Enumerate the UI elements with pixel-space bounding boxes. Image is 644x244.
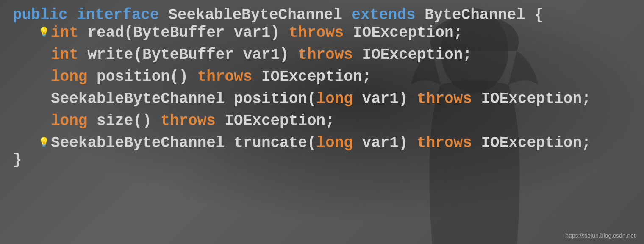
- url-watermark: https://xiejun.blog.csdn.net: [565, 232, 636, 239]
- code-line-2: 💡 int read(ByteBuffer var1) throws IOExc…: [51, 25, 631, 41]
- exception-3: IOException;: [261, 69, 371, 85]
- exception-1: IOException;: [353, 25, 463, 41]
- code-line-5: SeekableByteChannel position(long var1) …: [51, 92, 631, 107]
- keyword-extends: extends: [351, 8, 415, 23]
- method-truncate: truncate(: [234, 136, 316, 151]
- close-brace: }: [13, 152, 22, 168]
- keyword-interface: interface: [77, 8, 159, 23]
- throws-keyword-5: throws: [161, 114, 216, 129]
- open-brace: {: [534, 8, 544, 23]
- throws-keyword-3: throws: [197, 69, 253, 85]
- code-line-3: int write(ByteBuffer var1) throws IOExce…: [51, 47, 631, 63]
- type-long-1: long: [51, 69, 87, 85]
- method-position-long-2: var1): [362, 92, 408, 107]
- type-int-2: int: [51, 47, 78, 63]
- exception-2: IOException;: [362, 47, 472, 63]
- method-write: write(ByteBuffer var1): [87, 47, 289, 63]
- method-position: position(): [97, 69, 188, 85]
- exception-4: IOException;: [481, 92, 591, 107]
- keyword-public: public: [13, 8, 68, 23]
- code-line-4: long position() throws IOException;: [51, 69, 631, 85]
- type-seekable-2: SeekableByteChannel: [51, 136, 225, 151]
- code-line-7: 💡 SeekableByteChannel truncate(long var1…: [51, 136, 631, 151]
- type-long-2: long: [51, 114, 87, 129]
- bulb-icon-2: 💡: [38, 139, 50, 148]
- type-long-param-2: long: [316, 136, 353, 151]
- exception-5: IOException;: [225, 114, 335, 129]
- throws-keyword-2: throws: [298, 47, 353, 63]
- code-line-8: }: [13, 152, 631, 168]
- bulb-icon-1: 💡: [38, 28, 50, 38]
- method-size: size(): [97, 114, 152, 129]
- method-read: read(ByteBuffer var1): [87, 25, 280, 41]
- class-name-byte-channel: ByteChannel: [425, 8, 525, 23]
- type-long-param-1: long: [316, 92, 353, 107]
- method-position-long: position(: [234, 92, 316, 107]
- code-container: public interface SeekableByteChannel ext…: [0, 0, 644, 244]
- type-seekable-1: SeekableByteChannel: [51, 92, 225, 107]
- throws-keyword-4: throws: [417, 92, 472, 107]
- method-truncate-2: var1): [362, 136, 408, 151]
- throws-keyword-1: throws: [289, 25, 344, 41]
- code-line-1: public interface SeekableByteChannel ext…: [13, 8, 631, 23]
- class-name-seekable: SeekableByteChannel: [168, 8, 342, 23]
- code-line-6: long size() throws IOException;: [51, 114, 631, 129]
- exception-6: IOException;: [481, 136, 591, 151]
- throws-keyword-6: throws: [417, 136, 472, 151]
- type-int-1: int: [51, 25, 78, 41]
